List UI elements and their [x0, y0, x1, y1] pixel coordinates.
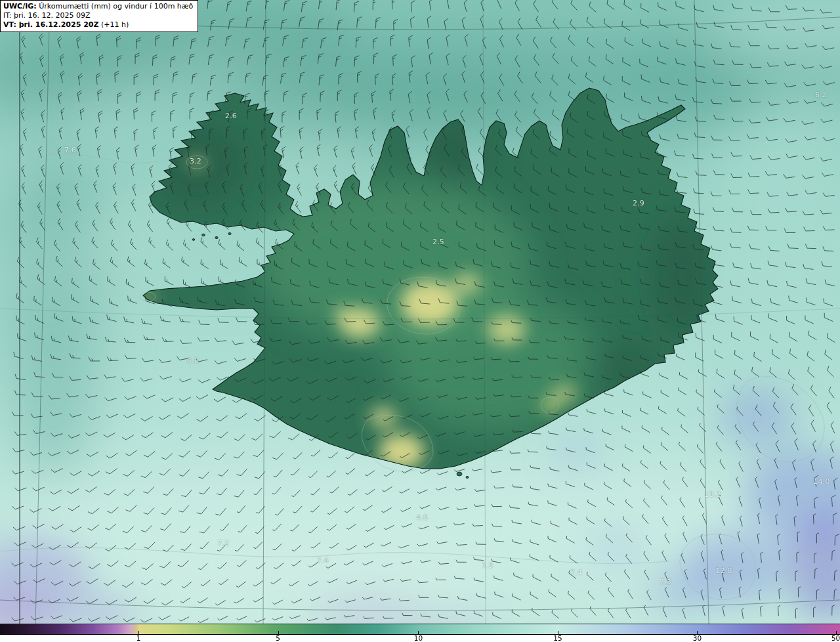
title-line-init: IT: þri. 16. 12. 2025 09Z [3, 11, 193, 20]
weather-map-screen: 6.27.62.63.22.92.56.614.013.24.67.27.47.… [0, 0, 840, 642]
product-title: Úrkomumætti (mm) og vindur í 100m hæð [37, 2, 194, 11]
map-title-box: UWC/IG: Úrkomumætti (mm) og vindur í 100… [0, 0, 198, 32]
model-label: UWC/IG: [3, 2, 37, 11]
valid-time: VT: þri. 16.12.2025 20Z [3, 20, 98, 29]
map-area: 6.27.62.63.22.92.56.614.013.24.67.27.47.… [0, 0, 840, 624]
colorbar-tick-label: 1 [136, 634, 141, 642]
title-line-valid: VT: þri. 16.12.2025 20Z (+11 h) [3, 20, 193, 30]
colorbar-tick-label: 30 [693, 634, 702, 642]
valid-offset: (+11 h) [98, 20, 129, 29]
colorbar-gradient [0, 624, 840, 634]
colorbar-tick-label: 10 [414, 634, 423, 642]
colorbar-labels: 1510153050 [0, 634, 840, 642]
colorbar-tick-label: 5 [276, 634, 280, 642]
colorbar-tick-label: 15 [553, 634, 562, 642]
precipitation-wind-map [0, 0, 840, 624]
title-line-product: UWC/IG: Úrkomumætti (mm) og vindur í 100… [3, 2, 193, 11]
colorbar: 1510153050 [0, 624, 840, 642]
colorbar-tick-label: 50 [831, 634, 840, 642]
